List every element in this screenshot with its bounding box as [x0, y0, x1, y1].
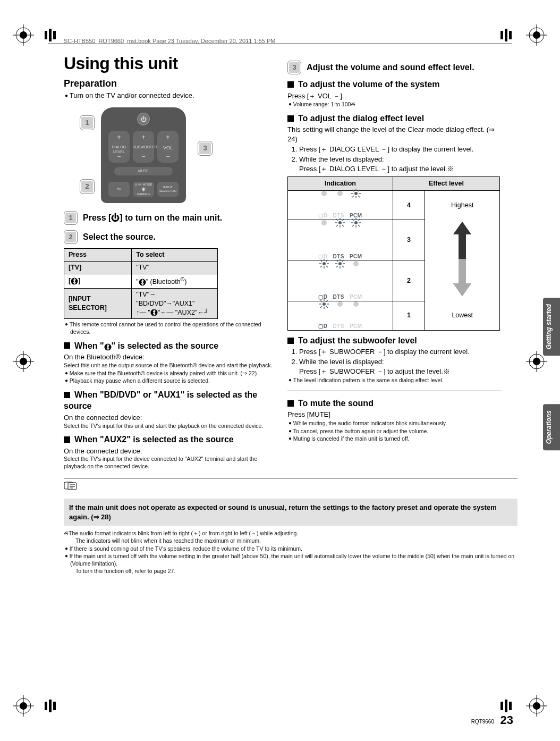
- preparation-heading: Preparation: [64, 77, 278, 90]
- svg-line-47: [352, 190, 354, 191]
- footnote-1b: The indicators will not blink when it ha…: [64, 537, 517, 545]
- indicator-dot-icon: [351, 258, 361, 271]
- indicator-burst-icon: [335, 258, 345, 271]
- square-bullet-icon: [287, 338, 294, 344]
- mute-b1: While muting, the audio format indicator…: [287, 420, 502, 427]
- indicator-dot-icon: [335, 188, 345, 201]
- effect-level-table: IndicationEffect level ▢DDTSPCM 4 Highes…: [287, 176, 500, 331]
- svg-point-61: [354, 221, 358, 224]
- square-bullet-icon: [287, 81, 294, 88]
- bluetooth-icon: [71, 277, 78, 285]
- svg-point-52: [338, 221, 342, 224]
- indicator-dot-icon: [319, 217, 329, 230]
- svg-point-51: [321, 220, 327, 225]
- svg-point-91: [353, 261, 359, 266]
- svg-line-90: [336, 266, 338, 267]
- dialog-intro: This setting will change the level of th…: [287, 125, 502, 144]
- svg-line-58: [342, 225, 344, 226]
- side-tab-getting-started: Getting started: [543, 298, 560, 356]
- svg-line-88: [342, 266, 344, 267]
- step-1-badge-icon: 1: [64, 211, 78, 225]
- bddvd-line1: On the connected device:: [64, 413, 278, 423]
- indicator-burst-icon: [351, 188, 361, 201]
- bt-bullet2: Playback may pause when a different sour…: [64, 377, 278, 385]
- square-bullet-icon: [64, 342, 70, 349]
- svg-line-67: [358, 225, 360, 226]
- sub-step1: Press [＋ SUBWOOFER －] to display the cur…: [299, 347, 502, 357]
- aux2-line1: On the connected device:: [64, 447, 278, 456]
- bluetooth-icon: [150, 309, 158, 316]
- svg-line-100: [320, 306, 322, 308]
- volume-line: Press [＋ VOL －].: [287, 91, 502, 101]
- factory-reset-note: If the main unit does not operate as exp…: [64, 499, 517, 526]
- dialog-step2: While the level is displayed: Press [＋ D…: [299, 155, 502, 173]
- aux2-line2: Select the TV's input for the device con…: [64, 456, 278, 470]
- indicator-dot-icon: [335, 299, 345, 311]
- indicator-dot-icon: [319, 188, 329, 201]
- svg-line-80: [326, 260, 328, 262]
- svg-point-42: [354, 192, 358, 195]
- svg-line-98: [326, 306, 328, 308]
- svg-point-92: [323, 302, 326, 306]
- bddvd-line2: Select the TV's input for this unit and …: [64, 423, 278, 430]
- svg-line-66: [352, 219, 354, 221]
- svg-point-73: [323, 262, 326, 265]
- svg-line-81: [320, 266, 322, 267]
- callout-3-icon: 3: [198, 141, 213, 156]
- dialog-step1: Press [＋ DIALOG LEVEL －] to display the …: [299, 145, 502, 154]
- pdf-header-line: SC-HTB550_RQT9660_mst.book Page 23 Tuesd…: [64, 37, 275, 45]
- square-bullet-icon: [64, 436, 70, 443]
- svg-line-99: [326, 300, 328, 302]
- page-number: 23: [500, 712, 513, 728]
- remote-note: This remote control cannot be used to co…: [64, 321, 278, 335]
- square-bullet-icon: [287, 115, 294, 122]
- indicator-dot-icon: [351, 299, 361, 311]
- mute-b3: Muting is canceled if the main unit is t…: [287, 435, 502, 443]
- callout-2-icon: 2: [80, 179, 95, 194]
- bluetooth-icon: [104, 342, 112, 350]
- mute-heading: To mute the sound: [298, 399, 374, 408]
- dialog-heading: To adjust the dialog effect level: [298, 114, 424, 123]
- volume-heading: To adjust the volume of the system: [298, 80, 439, 89]
- svg-point-82: [338, 262, 342, 265]
- indicator-burst-icon: [335, 217, 345, 230]
- indicator-burst-icon: [351, 217, 361, 230]
- svg-line-87: [336, 260, 338, 262]
- svg-line-78: [320, 260, 322, 262]
- svg-line-49: [358, 190, 360, 191]
- bluetooth-icon: [139, 279, 146, 286]
- gradient-arrow-icon: [453, 222, 471, 296]
- svg-line-69: [352, 225, 354, 226]
- svg-line-97: [320, 300, 322, 302]
- step-2-text: Select the source.: [83, 231, 156, 243]
- note-icon: [64, 482, 78, 493]
- subwoofer-heading: To adjust the subwoofer level: [298, 336, 417, 345]
- step-3-badge-icon: 3: [287, 61, 301, 74]
- aux2-heading: When "AUX2" is selected as the source: [74, 435, 234, 444]
- sub-note: The level indication pattern is the same…: [287, 377, 502, 384]
- step-2-badge-icon: 2: [64, 230, 78, 244]
- bt-line2: Select this unit as the output source of…: [64, 362, 278, 369]
- power-button-icon: ⏻: [137, 113, 150, 125]
- remote-control-illustration: ⏻ +DIALOG LEVEL− +SUBWOOFER− +VOL− MUTE …: [80, 105, 213, 206]
- mute-b2: To cancel, press the button again or adj…: [287, 428, 502, 435]
- svg-line-89: [342, 260, 344, 262]
- square-bullet-icon: [287, 400, 294, 407]
- svg-line-48: [358, 196, 360, 197]
- side-tab-operations: Operations: [543, 404, 560, 450]
- doc-code: RQT9660: [471, 718, 494, 726]
- svg-point-41: [337, 191, 343, 196]
- svg-point-102: [353, 301, 359, 307]
- bt-bullet1: Make sure that the Bluetooth® device is …: [64, 370, 278, 377]
- mute-line: Press [MUTE]: [287, 410, 502, 419]
- bddvd-heading: When "BD/DVD" or "AUX1" is selected as t…: [64, 390, 257, 411]
- svg-point-101: [337, 301, 343, 307]
- footnote-3a: If the main unit is turned off with the …: [64, 553, 517, 567]
- preparation-bullet: Turn on the TV and/or connected device.: [64, 91, 278, 100]
- footnote-1a: ※The audio format indicators blink from …: [64, 530, 517, 537]
- indicator-burst-icon: [319, 299, 329, 311]
- sub-step2: While the level is displayed: Press [＋ S…: [299, 357, 502, 376]
- svg-line-57: [336, 219, 338, 221]
- step-3-text: Adjust the volume and sound effect level…: [307, 62, 474, 73]
- bt-line1: On the Bluetooth® device:: [64, 352, 278, 362]
